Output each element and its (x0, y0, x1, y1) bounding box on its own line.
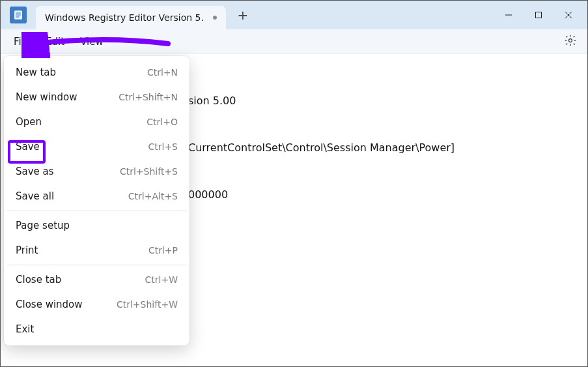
menu-separator (7, 211, 187, 211)
menu-item-label: Close tab (16, 274, 61, 286)
menu-bar: File Edit View (1, 29, 587, 54)
maximize-button[interactable] (524, 2, 553, 28)
tab-title: Windows Registry Editor Version 5. (45, 12, 206, 23)
menu-item-label: Close window (16, 299, 83, 310)
menu-item-print[interactable]: Print Ctrl+P (4, 238, 189, 263)
new-tab-button[interactable]: + (232, 5, 253, 25)
menu-item-label: Page setup (16, 220, 70, 231)
menu-item-label: Print (16, 244, 38, 256)
menu-separator (7, 265, 187, 265)
menu-view[interactable]: View (72, 32, 111, 51)
menu-item-label: Save (16, 141, 40, 153)
menu-item-close-window[interactable]: Close window Ctrl+Shift+W (4, 292, 189, 317)
minimize-button[interactable] (494, 2, 524, 28)
close-button[interactable] (553, 2, 583, 28)
svg-point-8 (569, 38, 572, 42)
menu-item-save-as[interactable]: Save as Ctrl+Shift+S (4, 159, 189, 184)
unsaved-indicator-icon (213, 16, 217, 20)
menu-item-close-tab[interactable]: Close tab Ctrl+W (4, 267, 189, 292)
menu-item-save[interactable]: Save Ctrl+S (4, 134, 189, 159)
menu-item-shortcut: Ctrl+Shift+S (120, 166, 178, 177)
menu-edit[interactable]: Edit (38, 32, 72, 51)
menu-item-open[interactable]: Open Ctrl+O (4, 110, 189, 134)
menu-item-label: New window (16, 91, 77, 103)
close-icon (565, 11, 572, 19)
menu-item-label: Save as (16, 166, 54, 177)
menu-item-label: Open (16, 116, 42, 128)
document-tab[interactable]: Windows Registry Editor Version 5. (36, 6, 226, 29)
menu-item-shortcut: Ctrl+Shift+N (119, 92, 178, 102)
minimize-icon (505, 11, 512, 19)
gear-icon (564, 34, 577, 47)
menu-item-shortcut: Ctrl+Shift+W (117, 299, 178, 310)
title-bar: Windows Registry Editor Version 5. + (1, 1, 587, 29)
file-menu-dropdown: New tab Ctrl+N New window Ctrl+Shift+N O… (4, 56, 189, 345)
menu-item-new-window[interactable]: New window Ctrl+Shift+N (4, 85, 189, 110)
plus-icon: + (238, 7, 249, 23)
settings-button[interactable] (559, 30, 582, 53)
menu-item-shortcut: Ctrl+Alt+S (128, 191, 178, 201)
menu-item-exit[interactable]: Exit (4, 317, 189, 342)
menu-item-shortcut: Ctrl+N (147, 67, 178, 78)
menu-item-page-setup[interactable]: Page setup (4, 213, 189, 238)
menu-item-shortcut: Ctrl+O (147, 117, 178, 127)
menu-item-shortcut: Ctrl+S (148, 141, 178, 152)
menu-item-label: Save all (16, 190, 54, 202)
menu-item-save-all[interactable]: Save all Ctrl+Alt+S (4, 184, 189, 209)
menu-item-label: New tab (16, 66, 56, 78)
maximize-icon (535, 11, 542, 19)
menu-item-shortcut: Ctrl+W (145, 274, 178, 285)
window-controls (494, 2, 583, 28)
menu-item-shortcut: Ctrl+P (148, 245, 178, 256)
menu-item-new-tab[interactable]: New tab Ctrl+N (4, 60, 189, 85)
menu-file[interactable]: File (6, 32, 38, 51)
menu-item-label: Exit (16, 323, 34, 335)
svg-rect-5 (536, 12, 542, 18)
notepad-app-icon (10, 7, 27, 23)
